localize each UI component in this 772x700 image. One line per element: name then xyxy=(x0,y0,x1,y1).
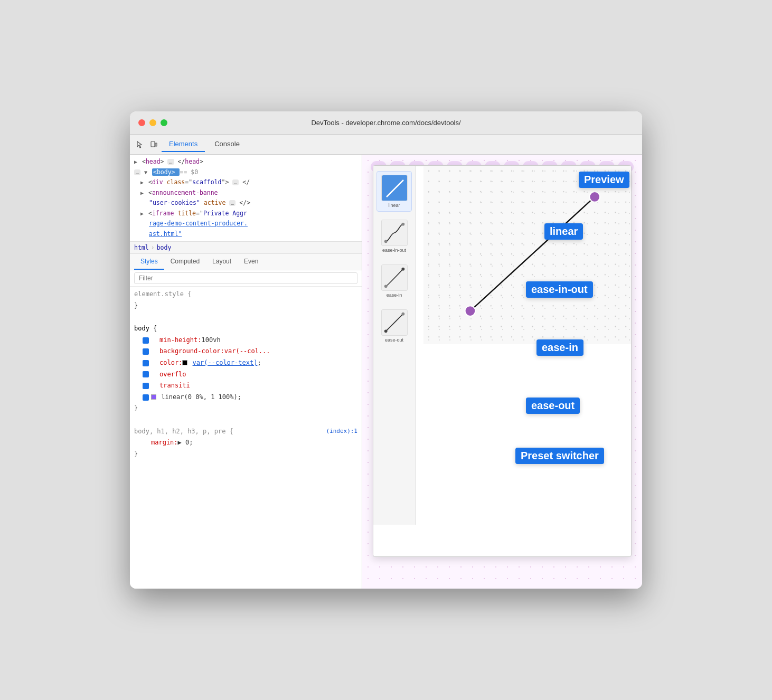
prop-overflow: overflo xyxy=(134,369,357,381)
window-controls xyxy=(138,119,167,126)
preset-label-ease-in-out: ease-in-out xyxy=(382,248,406,253)
checkbox-overflow[interactable] xyxy=(143,371,149,377)
rule-element-style: element.style { } xyxy=(134,289,357,311)
checkbox-transition[interactable] xyxy=(143,383,149,389)
svg-point-12 xyxy=(465,306,476,316)
annotation-preset-switcher: Preset switcher xyxy=(515,448,604,464)
cursor-icon[interactable] xyxy=(134,139,146,150)
line-editor-svg xyxy=(423,166,631,342)
styles-rules: element.style { } body { min-height: 100… xyxy=(130,287,362,589)
preset-item-ease-in[interactable]: ease-in xyxy=(376,261,412,301)
svg-point-4 xyxy=(401,223,404,226)
annotation-preview: Preview xyxy=(579,172,629,188)
prop-color: color: var(--color-text); xyxy=(134,357,357,369)
ease-out-svg xyxy=(382,310,407,335)
prop-transition: transiti xyxy=(134,380,357,392)
line-editor-area xyxy=(423,166,631,556)
preset-label-linear: linear xyxy=(388,203,400,208)
checkbox-bg-color[interactable] xyxy=(143,348,149,355)
linear-curve-svg xyxy=(384,178,406,199)
maximize-button[interactable] xyxy=(161,119,167,126)
elements-panel: ▶ <head> … </head> … ▼ <body> == $0 xyxy=(130,155,362,589)
svg-point-8 xyxy=(401,313,404,316)
devtools-toolbar: Elements Console xyxy=(130,135,642,155)
svg-point-6 xyxy=(401,268,404,271)
svg-point-7 xyxy=(384,329,387,333)
rule-body-headings: body, h1, h2, h3, p, pre { (index):1 mar… xyxy=(134,426,357,460)
color-swatch[interactable] xyxy=(182,360,187,365)
filter-bar xyxy=(130,270,362,287)
prop-margin: margin: ▶ 0; xyxy=(134,437,357,449)
selector-body-headings: body, h1, h2, h3, p, pre { xyxy=(134,428,233,435)
tab-event[interactable]: Even xyxy=(238,254,265,270)
tree-node-iframe[interactable]: ▶ <iframe title="Private Aggr xyxy=(134,209,357,219)
svg-point-3 xyxy=(384,240,387,243)
close-button[interactable] xyxy=(138,119,145,126)
tab-elements[interactable]: Elements xyxy=(162,137,205,152)
devtools-window: DevTools - developer.chrome.com/docs/dev… xyxy=(130,111,642,589)
ease-in-out-svg xyxy=(382,220,407,245)
minimize-button[interactable] xyxy=(149,119,156,126)
selector-element-style: element.style { xyxy=(134,290,191,298)
preset-thumb-linear xyxy=(381,175,408,201)
rule-body: body { min-height: 100vh background-colo… xyxy=(134,323,357,414)
tab-styles[interactable]: Styles xyxy=(134,254,164,270)
tree-node-div-scaffold[interactable]: ▶ <div class="scaffold"> … </ xyxy=(134,177,357,188)
styles-tabs: Styles Computed Layout Even xyxy=(130,254,362,270)
prop-linear: linear(0 0%, 1 100%); xyxy=(134,392,357,403)
tab-console[interactable]: Console xyxy=(207,137,247,152)
preset-label-ease-in: ease-in xyxy=(387,292,402,298)
selector-body: body { xyxy=(134,325,157,332)
preset-thumb-ease-out xyxy=(381,309,408,336)
filter-input[interactable] xyxy=(134,272,357,284)
device-icon[interactable] xyxy=(148,139,159,150)
file-ref: (index):1 xyxy=(326,426,357,437)
tree-node-cookies: "user-cookies" active … </> xyxy=(134,198,357,209)
tree-node-head[interactable]: ▶ <head> … </head> xyxy=(134,157,357,167)
preset-thumb-ease-in-out xyxy=(381,220,408,246)
svg-point-13 xyxy=(589,192,600,202)
svg-rect-1 xyxy=(155,143,157,146)
devtools-split: ▶ <head> … </head> … ▼ <body> == $0 xyxy=(130,155,642,589)
annotation-ease-out: ease-out xyxy=(526,398,580,414)
annotation-ease-in: ease-in xyxy=(536,339,583,356)
tab-computed[interactable]: Computed xyxy=(164,254,206,270)
svg-rect-0 xyxy=(151,141,155,147)
breadcrumb: html › body xyxy=(130,241,362,254)
linear-swatch[interactable] xyxy=(151,394,156,400)
preset-item-ease-out[interactable]: ease-out xyxy=(376,306,412,346)
svg-point-5 xyxy=(384,285,387,288)
styles-panel: Styles Computed Layout Even element.styl… xyxy=(130,254,362,589)
annotation-linear: linear xyxy=(544,223,583,240)
tree-node-link: rage-demo-content-producer. xyxy=(134,219,357,229)
devtools-body: Elements Console ▶ <head> … </head> … ▼ xyxy=(130,135,642,589)
annotation-ease-in-out: ease-in-out xyxy=(526,281,593,298)
ease-in-svg xyxy=(382,265,407,290)
svg-rect-10 xyxy=(423,166,631,342)
preset-item-linear[interactable]: linear xyxy=(376,171,412,212)
checkbox-min-height[interactable] xyxy=(143,337,149,344)
linear-thumb xyxy=(382,175,408,201)
right-panel: linear ease-in-out xyxy=(362,155,642,589)
breadcrumb-body[interactable]: body xyxy=(157,244,172,251)
tree-node-body[interactable]: … ▼ <body> == $0 xyxy=(134,167,357,178)
prop-bg-color: background-color: var(--col... xyxy=(134,346,357,357)
tree-node-ast: ast.html" xyxy=(134,229,357,240)
tree-node-announcement[interactable]: ▶ <announcement-banne xyxy=(134,188,357,198)
svg-line-2 xyxy=(387,180,403,197)
preset-list: linear ease-in-out xyxy=(373,166,416,525)
titlebar: DevTools - developer.chrome.com/docs/dev… xyxy=(130,111,642,135)
checkbox-linear[interactable] xyxy=(143,394,149,401)
window-title: DevTools - developer.chrome.com/docs/dev… xyxy=(311,119,460,127)
easing-popup: linear ease-in-out xyxy=(373,165,632,557)
breadcrumb-html[interactable]: html xyxy=(134,244,149,251)
preset-item-ease-in-out[interactable]: ease-in-out xyxy=(376,216,412,257)
checkbox-color[interactable] xyxy=(143,360,149,366)
preset-thumb-ease-in xyxy=(381,264,408,291)
preview-area xyxy=(423,166,631,344)
preset-label-ease-out: ease-out xyxy=(385,337,403,343)
tab-layout[interactable]: Layout xyxy=(206,254,238,270)
prop-min-height: min-height: 100vh xyxy=(134,335,357,346)
html-tree: ▶ <head> … </head> … ▼ <body> == $0 xyxy=(130,155,362,241)
